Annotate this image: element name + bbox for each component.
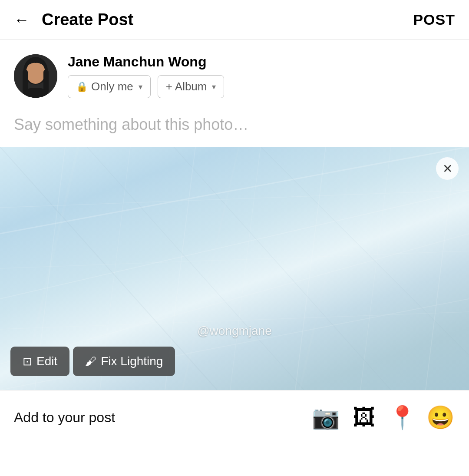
edit-photo-button[interactable]: ⊡ Edit — [10, 347, 69, 376]
photo-watermark: @wongmjane — [197, 324, 272, 338]
caption-area: Say something about this photo… — [0, 107, 469, 147]
page-title: Create Post — [42, 10, 133, 29]
svg-line-16 — [426, 147, 456, 390]
header-left: ← Create Post — [14, 10, 133, 29]
svg-line-19 — [174, 147, 391, 390]
emoji-button[interactable]: 😀 — [426, 403, 455, 432]
album-chevron-icon: ▾ — [212, 82, 216, 92]
gallery-icon: 🖼 — [353, 404, 375, 430]
svg-line-26 — [300, 147, 356, 390]
camera-icon: 📷 — [312, 404, 340, 431]
svg-line-22 — [0, 251, 469, 268]
paintbrush-icon: 🖌 — [85, 355, 96, 368]
album-label: + Album — [166, 80, 207, 93]
user-row: Jane Manchun Wong 🔒 Only me ▾ + Album ▾ — [0, 40, 469, 107]
user-name: Jane Manchun Wong — [68, 54, 224, 70]
back-button[interactable]: ← — [14, 12, 30, 28]
location-icon: 📍 — [388, 404, 416, 431]
privacy-dropdown[interactable]: 🔒 Only me ▾ — [68, 75, 151, 98]
svg-line-14 — [295, 147, 326, 390]
edit-label: Edit — [36, 354, 57, 368]
camera-button[interactable]: 📷 — [311, 403, 340, 432]
privacy-label: Only me — [91, 80, 133, 93]
emoji-icon: 😀 — [426, 404, 455, 431]
photo-actions: ⊡ Edit 🖌 Fix Lighting — [10, 347, 175, 376]
footer-icons: 📷 🖼 📍 😀 — [311, 403, 455, 432]
svg-line-6 — [0, 147, 469, 234]
album-dropdown[interactable]: + Album ▾ — [158, 75, 225, 98]
svg-line-21 — [0, 190, 469, 208]
svg-line-20 — [261, 147, 469, 355]
edit-icon: ⊡ — [23, 355, 32, 368]
fix-lighting-button[interactable]: 🖌 Fix Lighting — [73, 347, 175, 376]
photo-container: @wongmjane ✕ ⊡ Edit 🖌 Fix Lighting — [0, 147, 469, 390]
post-button[interactable]: POST — [413, 11, 455, 28]
gallery-button[interactable]: 🖼 — [349, 403, 379, 432]
footer: Add to your post 📷 🖼 📍 😀 — [0, 390, 469, 444]
location-button[interactable]: 📍 — [387, 403, 417, 432]
privacy-chevron-icon: ▾ — [139, 82, 142, 92]
user-controls: 🔒 Only me ▾ + Album ▾ — [68, 75, 224, 98]
add-to-post-label: Add to your post — [14, 410, 115, 426]
svg-line-13 — [230, 147, 261, 390]
caption-placeholder[interactable]: Say something about this photo… — [14, 116, 248, 133]
lock-icon: 🔒 — [76, 81, 88, 93]
header: ← Create Post POST — [0, 0, 469, 40]
photo-background: @wongmjane ✕ ⊡ Edit 🖌 Fix Lighting — [0, 147, 469, 390]
close-photo-button[interactable]: ✕ — [436, 157, 459, 180]
fix-label: Fix Lighting — [101, 354, 163, 368]
svg-line-7 — [0, 190, 469, 299]
user-info: Jane Manchun Wong 🔒 Only me ▾ + Album ▾ — [68, 54, 224, 98]
svg-line-15 — [360, 147, 391, 390]
avatar — [14, 54, 57, 98]
